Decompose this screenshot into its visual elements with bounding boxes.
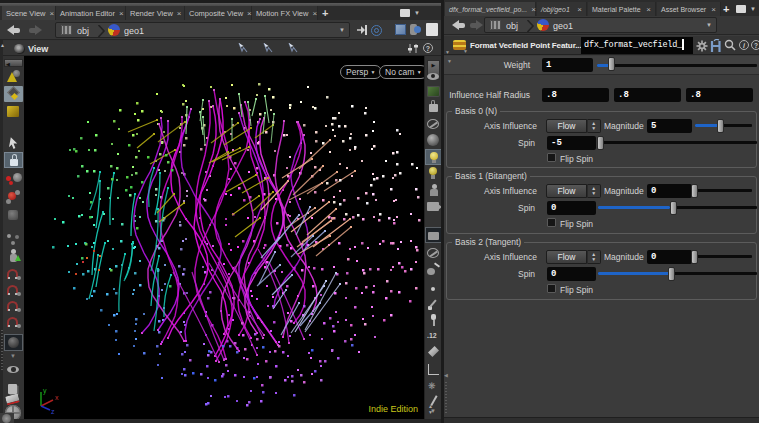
svg-text:y: y [43,387,47,395]
svg-text:z: z [51,408,55,414]
svg-text:x: x [55,394,59,401]
